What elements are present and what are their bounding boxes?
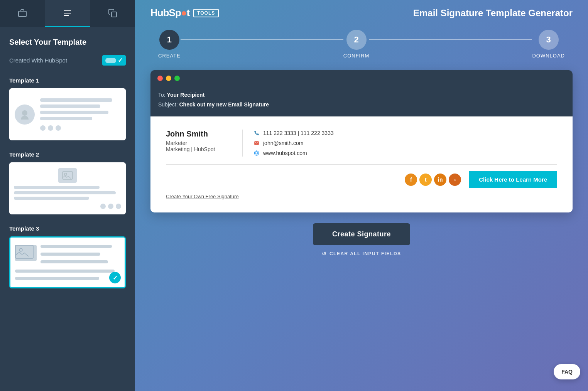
sig-right: 111 222 3333 | 111 222 3333 john@smith.c… xyxy=(243,130,334,157)
faq-button[interactable]: FAQ xyxy=(554,364,580,379)
sidebar-content: Select Your Template Created With HubSpo… xyxy=(0,27,135,391)
template-3-label: Template 3 xyxy=(9,225,126,232)
toggle-label: Created With HubSpot xyxy=(9,57,67,64)
template-line xyxy=(40,111,108,114)
dot xyxy=(116,204,121,209)
template-line xyxy=(40,117,92,120)
step-1-circle: 1 xyxy=(159,30,179,50)
tab-text[interactable] xyxy=(45,0,90,27)
sig-left: John Smith Marketer Marketing | HubSpot xyxy=(166,130,243,157)
step-1-label: CREATE xyxy=(158,53,181,59)
email-subject-value: Check out my new Email Signature xyxy=(179,101,269,108)
dot xyxy=(48,125,53,131)
sig-company: Marketing | HubSpot xyxy=(166,146,232,152)
template-3-card[interactable]: ✓ xyxy=(9,236,126,288)
template-line xyxy=(41,253,100,256)
step-3-circle: 3 xyxy=(539,30,559,50)
phone-icon xyxy=(253,130,260,137)
traffic-light-red xyxy=(157,76,163,81)
email-header: To: Your Recipient Subject: Check out my… xyxy=(150,86,573,116)
svg-point-7 xyxy=(64,173,67,175)
template-1-section: Template 1 xyxy=(9,77,126,140)
svg-rect-0 xyxy=(19,11,26,17)
hubspot-logo: HubSp●t xyxy=(150,7,189,19)
template-line xyxy=(14,186,100,189)
tools-badge: TOOLS xyxy=(193,9,219,17)
template-1-lines xyxy=(40,98,120,131)
cta-button[interactable]: Click Here to Learn More xyxy=(469,171,557,188)
email-titlebar xyxy=(150,70,573,86)
social-and-cta: f t in ○ Click Here to Learn More xyxy=(166,171,557,188)
svg-rect-8 xyxy=(15,245,33,258)
sidebar-title: Select Your Template xyxy=(9,38,126,47)
template-2-section: Template 2 xyxy=(9,151,126,214)
toggle-row: Created With HubSpot ✓ xyxy=(9,55,126,66)
step-2: 2 CONFIRM xyxy=(343,30,370,59)
create-own-anchor[interactable]: Create Your Own Free Signature xyxy=(166,194,239,199)
main-header: HubSp●t TOOLS Email Signature Template G… xyxy=(135,0,588,26)
traffic-light-green xyxy=(174,76,180,81)
logo-area: HubSp●t TOOLS xyxy=(150,7,219,19)
email-to-value: Your Recipient xyxy=(167,92,205,98)
template-1-label: Template 1 xyxy=(9,77,126,84)
dot xyxy=(100,204,106,209)
template-2-label: Template 2 xyxy=(9,151,126,158)
template-2-card[interactable] xyxy=(9,162,126,214)
dot xyxy=(56,125,61,131)
template-line xyxy=(14,197,89,200)
main-content: HubSp●t TOOLS Email Signature Template G… xyxy=(135,0,588,391)
template-line xyxy=(40,98,112,102)
signature-block: John Smith Marketer Marketing | HubSpot … xyxy=(166,130,557,157)
step-1: 1 CREATE xyxy=(158,30,181,59)
step-3-label: DOWNLOAD xyxy=(532,53,565,59)
svg-point-9 xyxy=(19,248,22,251)
sidebar: Select Your Template Created With HubSpo… xyxy=(0,0,135,391)
template-1-card[interactable] xyxy=(9,88,126,140)
sig-email-row: john@smith.com xyxy=(253,140,334,147)
sig-web-row: www.hubspot.com xyxy=(253,150,334,157)
sig-title: Marketer xyxy=(166,140,232,146)
selected-badge: ✓ xyxy=(109,272,121,283)
svg-point-5 xyxy=(22,110,27,116)
email-body: John Smith Marketer Marketing | HubSpot … xyxy=(150,116,573,212)
sig-name: John Smith xyxy=(166,130,232,138)
template-1-dots xyxy=(40,125,120,131)
email-to: To: Your Recipient xyxy=(158,90,565,100)
logo-dot: ● xyxy=(181,7,187,19)
template-1-avatar xyxy=(15,104,35,125)
email-preview-wrapper: To: Your Recipient Subject: Check out my… xyxy=(150,70,573,212)
template-3-lines xyxy=(41,245,120,263)
step-line-2 xyxy=(369,39,532,40)
template-2-inner xyxy=(9,163,126,214)
create-signature-button[interactable]: Create Signature xyxy=(313,223,410,245)
template-3-bottom-lines xyxy=(15,270,120,280)
template-2-dots xyxy=(100,204,121,209)
create-own-link: Create Your Own Free Signature xyxy=(166,188,557,202)
email-subject: Subject: Check out my new Email Signatur… xyxy=(158,100,565,110)
svg-rect-6 xyxy=(63,172,73,179)
tab-briefcase[interactable] xyxy=(0,0,45,27)
toggle-switch[interactable]: ✓ xyxy=(102,55,126,66)
linkedin-icon[interactable]: in xyxy=(434,174,446,186)
template-3-inner xyxy=(10,240,125,285)
step-2-circle: 2 xyxy=(346,30,367,50)
dot xyxy=(108,204,113,209)
clear-fields-button[interactable]: ↺ CLEAR ALL INPUT FIELDS xyxy=(322,251,401,257)
template-1-inner xyxy=(9,93,126,136)
dot xyxy=(40,125,46,131)
web-icon xyxy=(253,150,260,157)
instagram-icon[interactable]: ○ xyxy=(449,174,461,186)
refresh-icon: ↺ xyxy=(322,251,327,257)
step-line-1 xyxy=(181,39,343,40)
toggle-check-icon: ✓ xyxy=(118,57,123,64)
traffic-light-yellow xyxy=(166,76,171,81)
sig-phone-row: 111 222 3333 | 111 222 3333 xyxy=(253,130,334,137)
social-icons: f t in ○ xyxy=(405,174,461,186)
sig-email: john@smith.com xyxy=(263,140,303,146)
tab-copy[interactable] xyxy=(90,0,135,27)
facebook-icon[interactable]: f xyxy=(405,174,417,186)
template-3-img xyxy=(15,245,37,261)
template-line xyxy=(41,245,112,248)
twitter-icon[interactable]: t xyxy=(419,174,432,186)
template-3-section: Template 3 xyxy=(9,225,126,288)
